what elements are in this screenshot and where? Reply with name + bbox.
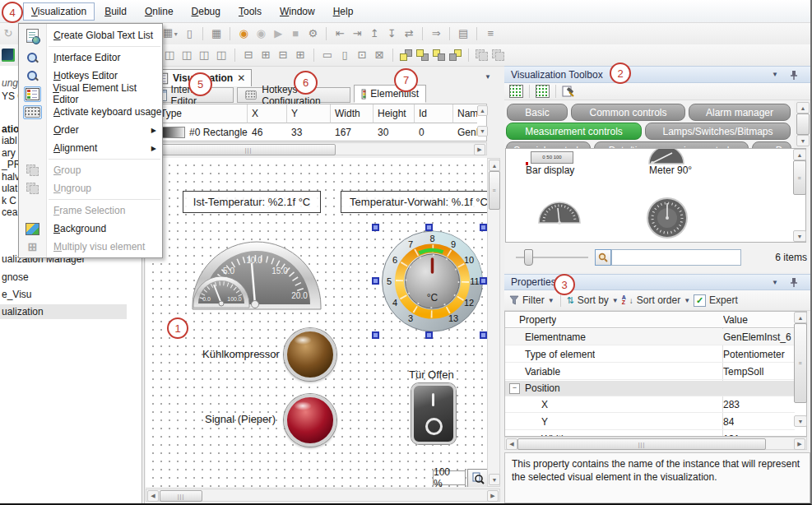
- scrollbar-thumb[interactable]: [796, 114, 810, 135]
- collapse-group-icon[interactable]: −: [509, 383, 520, 394]
- same-height-icon[interactable]: ▯: [338, 49, 351, 62]
- menu-item-alignment[interactable]: Alignment ▶: [19, 139, 162, 157]
- grid-header-value[interactable]: Value: [723, 314, 748, 326]
- table-scroll-down-icon[interactable]: ▼: [477, 126, 488, 137]
- scroll-up-icon[interactable]: ▲: [794, 312, 807, 323]
- category-datetime-controls[interactable]: Date/time managing controls: [594, 141, 749, 148]
- property-row-x[interactable]: X 283: [505, 396, 795, 413]
- new-visualization-icon[interactable]: [509, 85, 523, 98]
- start-icon[interactable]: ▶: [271, 27, 285, 40]
- scroll-right-icon[interactable]: ▶: [794, 438, 805, 450]
- category-imagepool[interactable]: ImagePool: [752, 141, 791, 148]
- toolbox-settings-icon[interactable]: [562, 86, 575, 97]
- zoom-tool-button[interactable]: [467, 469, 487, 487]
- menu-item-ungroup[interactable]: Ungroup: [19, 179, 162, 197]
- size-to-grid-icon[interactable]: ⊠: [373, 49, 386, 62]
- property-row-elementname[interactable]: Elementname GenElemInst_6: [505, 329, 795, 345]
- scrollbar-thumb[interactable]: ≡: [793, 160, 806, 195]
- meter-180-icon[interactable]: [537, 202, 582, 225]
- tree-item[interactable]: k C: [2, 195, 16, 206]
- property-group-position[interactable]: − Position: [505, 381, 795, 396]
- send-to-back-icon[interactable]: [449, 49, 462, 61]
- category-special-controls[interactable]: Special controls: [506, 141, 591, 148]
- meter-small-element[interactable]: 0.0 100.0: [192, 270, 251, 309]
- selection-handle[interactable]: [372, 224, 379, 231]
- property-row-y[interactable]: Y 84: [505, 414, 795, 430]
- scroll-down-icon[interactable]: ▼: [793, 230, 806, 242]
- menu-visualization[interactable]: Visualization: [23, 2, 95, 21]
- bring-to-front-icon[interactable]: [400, 49, 412, 61]
- tree-item[interactable]: halv: [2, 171, 20, 183]
- canvas-vscrollbar[interactable]: ▲ ≡ ▼: [487, 158, 500, 487]
- align-center-icon[interactable]: ◫: [180, 49, 193, 62]
- lamp-signal[interactable]: [284, 394, 336, 447]
- filter-dropdown-icon[interactable]: ▼: [548, 297, 554, 304]
- textfield-temperatur-vorwahl[interactable]: Temperatur-Vorwahl: %.1f °C: [341, 191, 487, 213]
- sort-by-dropdown-icon[interactable]: ▼: [612, 297, 619, 304]
- tree-item[interactable]: atio: [2, 123, 19, 135]
- properties-vscrollbar[interactable]: ▲ ≡ ▼: [793, 312, 806, 427]
- scrollbar-thumb[interactable]: |||: [517, 438, 766, 450]
- size-slider-thumb[interactable]: [524, 249, 533, 266]
- category-basic[interactable]: Basic: [507, 104, 568, 121]
- menu-help[interactable]: Help: [325, 2, 362, 21]
- pin-icon[interactable]: [790, 70, 798, 80]
- column-header-height[interactable]: Height: [374, 104, 415, 123]
- column-header-width[interactable]: Width: [331, 104, 374, 123]
- tab-list-dropdown-icon[interactable]: ▼: [485, 73, 491, 81]
- menu-item-group[interactable]: Group: [19, 161, 162, 179]
- same-size-icon[interactable]: ⊡: [355, 49, 369, 62]
- menu-item-activate-keyboard-usage[interactable]: Activate keyboard usage: [19, 103, 162, 121]
- menu-item-interface-editor[interactable]: Interface Editor: [19, 49, 162, 67]
- tree-item-visualization-selected[interactable]: ualization: [0, 304, 127, 319]
- space-vertical-icon[interactable]: ⊟: [276, 49, 290, 62]
- column-header-x[interactable]: X: [248, 104, 287, 123]
- table-scroll-up-icon[interactable]: ▲: [477, 105, 488, 116]
- properties-header[interactable]: Properties ▼: [504, 274, 812, 290]
- label-kuehlkompressor[interactable]: Kühlkompressor: [202, 348, 280, 360]
- menu-online[interactable]: Online: [137, 2, 182, 21]
- scroll-right-icon[interactable]: ▶: [487, 490, 499, 502]
- toolbox-list-scrollbar[interactable]: ▲ ≡ ▼: [792, 149, 805, 242]
- power-switch[interactable]: [411, 383, 456, 444]
- potentiometer-element[interactable]: 3 4 5 6 7 8 9 10 11 12 13 °C: [378, 227, 486, 335]
- menu-window[interactable]: Window: [271, 2, 323, 21]
- copy-visualization-icon[interactable]: [536, 85, 550, 98]
- sort-order-dropdown-icon[interactable]: ▼: [684, 297, 690, 304]
- bring-forward-icon[interactable]: [416, 49, 429, 61]
- scrollbar-thumb[interactable]: |||: [161, 144, 336, 155]
- collapse-icon[interactable]: ▼: [772, 279, 778, 286]
- table-toggle-icon[interactable]: ▤: [457, 27, 470, 40]
- menu-item-order[interactable]: Order ▶: [19, 121, 162, 139]
- tree-item-visu[interactable]: e_Visu: [2, 289, 31, 300]
- menu-item-visual-element-list-editor[interactable]: Visual Element List Editor: [19, 85, 162, 103]
- menu-item-frame-selection[interactable]: Frame Selection: [19, 202, 162, 220]
- toolbox-search-input[interactable]: [611, 249, 741, 266]
- space-across-icon[interactable]: ⊞: [294, 49, 307, 62]
- scroll-up-icon[interactable]: ▲: [793, 149, 806, 160]
- toolbox-item-meter-90[interactable]: Meter 90°: [649, 164, 692, 176]
- align-top-icon[interactable]: ◫: [215, 49, 228, 62]
- column-header-y[interactable]: Y: [287, 104, 331, 123]
- scroll-right-icon[interactable]: ▶: [474, 144, 485, 155]
- group-icon[interactable]: [476, 49, 488, 61]
- redo-icon[interactable]: ↻: [2, 27, 15, 40]
- selection-handle[interactable]: [480, 224, 487, 231]
- column-header-id[interactable]: Id: [415, 104, 453, 123]
- property-row-variable[interactable]: Variable TempSoll: [505, 364, 795, 380]
- space-horizontal-icon[interactable]: ⊞: [259, 49, 272, 62]
- device-icon[interactable]: [2, 49, 15, 62]
- visualization-grid-icon[interactable]: ▦▼: [163, 26, 179, 41]
- selection-handle[interactable]: [372, 277, 379, 285]
- tree-item[interactable]: ung: [2, 77, 18, 89]
- menu-item-background[interactable]: Background: [19, 220, 162, 238]
- canvas-hscrollbar[interactable]: ◀ ||| ▶: [146, 489, 500, 502]
- table-row-width-cell[interactable]: 167: [331, 123, 374, 141]
- selection-handle[interactable]: [480, 277, 487, 285]
- category-alarm-manager[interactable]: Alarm manager: [689, 104, 791, 121]
- new-page-icon[interactable]: ▯: [183, 27, 196, 40]
- scrollbar-thumb[interactable]: |||: [160, 490, 202, 502]
- scroll-left-icon[interactable]: ◀: [147, 490, 159, 502]
- table-row-height-cell[interactable]: 30: [374, 123, 415, 141]
- table-row-x-cell[interactable]: 46: [248, 123, 287, 141]
